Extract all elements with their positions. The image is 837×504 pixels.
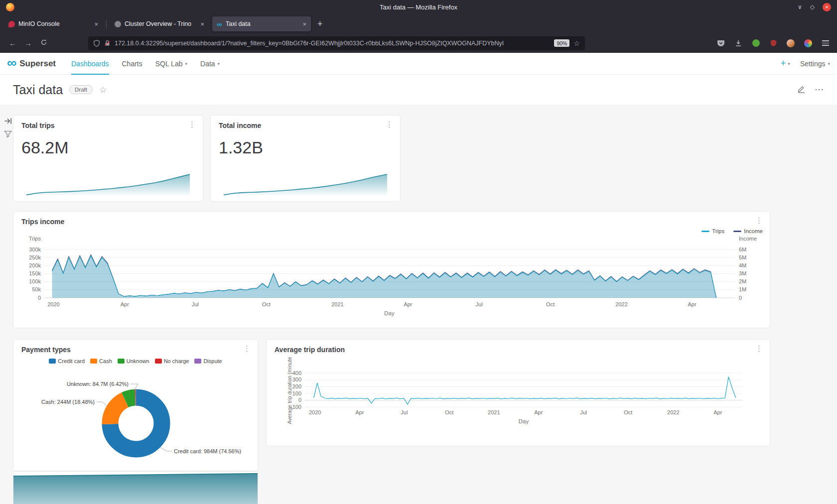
superset-logo[interactable]: ∞ Superset	[7, 58, 56, 70]
svg-text:2020: 2020	[309, 409, 321, 415]
tab-separator	[106, 20, 107, 28]
page-title: Taxi data	[13, 83, 63, 97]
tab-label: Taxi data	[226, 20, 299, 27]
card-title: Total trips	[21, 122, 55, 129]
svg-text:250k: 250k	[29, 254, 41, 260]
more-options-icon[interactable]: ⋮	[386, 121, 393, 128]
back-button[interactable]: ←	[5, 39, 20, 47]
svg-text:Oct: Oct	[262, 301, 271, 307]
trips-income-card: Trips income ⋮ Trips Income 300k6M250k5M…	[13, 212, 770, 328]
total-income-sparkline-chart[interactable]	[211, 170, 400, 198]
tab-label: Cluster Overview - Trino	[125, 20, 197, 27]
profile-avatar[interactable]	[786, 39, 795, 48]
chevron-down-icon: ▾	[185, 61, 187, 66]
filter-icon[interactable]	[3, 129, 12, 138]
nav-data[interactable]: Data▾	[200, 53, 220, 75]
svg-text:100: 100	[292, 390, 301, 396]
svg-text:2021: 2021	[331, 301, 343, 307]
shield-icon[interactable]	[93, 40, 100, 47]
svg-text:Average trip duration (minute: Average trip duration (minute	[286, 357, 292, 424]
menu-icon[interactable]	[821, 39, 830, 48]
svg-text:Apr: Apr	[121, 301, 129, 307]
svg-text:Oct: Oct	[546, 301, 555, 307]
svg-text:2020: 2020	[47, 301, 59, 307]
avg-trip-duration-chart[interactable]: 4003002001000-100Average trip duration (…	[267, 340, 770, 446]
extension-green-icon[interactable]	[751, 39, 760, 48]
tab-bar: MinIO Console × Cluster Overview - Trino…	[0, 14, 837, 34]
tab-close-icon[interactable]: ×	[302, 20, 306, 28]
superset-header: ∞ Superset Dashboards Charts SQL Lab▾ Da…	[0, 53, 837, 75]
bookmark-star-icon[interactable]: ☆	[573, 39, 580, 47]
url-text[interactable]: 172.18.0.4:32295/superset/dashboard/1/?n…	[115, 40, 550, 47]
nav-charts[interactable]: Charts	[122, 53, 142, 75]
svg-text:Apr: Apr	[713, 409, 722, 415]
svg-text:100k: 100k	[29, 278, 41, 284]
expand-filter-bar-icon[interactable]	[3, 117, 12, 126]
svg-text:2022: 2022	[615, 301, 627, 307]
chevron-down-icon: ▾	[218, 61, 220, 66]
svg-text:200: 200	[292, 383, 301, 389]
total-income-card: Total income ⋮ 1.32B	[211, 116, 400, 201]
tab-close-icon[interactable]: ×	[200, 20, 204, 28]
settings-menu[interactable]: Settings▾	[800, 60, 830, 68]
extension-pinwheel-icon[interactable]	[804, 39, 813, 48]
window-maximize-button[interactable]: ◇	[810, 4, 815, 10]
more-options-icon[interactable]: ⋮	[188, 121, 196, 128]
ublock-shield-icon[interactable]	[769, 39, 778, 48]
svg-text:Apr: Apr	[355, 409, 364, 415]
tab-trino-cluster[interactable]: Cluster Overview - Trino ×	[110, 16, 209, 31]
url-input[interactable]: 172.18.0.4:32295/superset/dashboard/1/?n…	[88, 36, 585, 50]
window-title: Taxi data — Mozilla Firefox	[0, 3, 837, 11]
nav-sql-lab[interactable]: SQL Lab▾	[155, 53, 187, 75]
nav-dashboards[interactable]: Dashboards	[71, 53, 109, 75]
downloads-icon[interactable]	[734, 39, 743, 48]
brand-name: Superset	[19, 59, 56, 69]
zoom-indicator[interactable]: 90%	[554, 39, 569, 47]
svg-text:1M: 1M	[739, 286, 746, 292]
tab-label: MinIO Console	[18, 20, 91, 27]
svg-text:Apr: Apr	[534, 409, 543, 415]
big-number-value: 68.2M	[13, 129, 203, 157]
window-minimize-button[interactable]: ∨	[798, 4, 802, 10]
svg-text:2021: 2021	[488, 409, 500, 415]
svg-text:Jul: Jul	[580, 409, 587, 415]
svg-text:Oct: Oct	[445, 409, 453, 415]
edit-dashboard-button[interactable]	[797, 85, 806, 95]
more-options-icon[interactable]: ⋯	[815, 84, 824, 95]
svg-text:3M: 3M	[739, 270, 746, 276]
forward-button[interactable]: →	[20, 39, 36, 47]
dashboard-title-row: Taxi data Draft ☆ ⋯	[0, 75, 837, 105]
minio-favicon-icon	[8, 21, 15, 27]
total-trips-sparkline-chart[interactable]	[13, 170, 203, 198]
svg-text:5M: 5M	[739, 254, 746, 260]
svg-text:300k: 300k	[29, 247, 41, 252]
svg-text:Apr: Apr	[688, 301, 696, 307]
trips-income-chart[interactable]: 300k6M250k5M200k4M150k3M100k2M50k1M00Tri…	[13, 212, 770, 328]
chevron-down-icon: ▾	[788, 61, 790, 66]
dashboard-grid: Total trips ⋮ 68.2M Total income ⋮ 1.32B…	[0, 105, 837, 504]
new-item-button[interactable]: +▾	[781, 58, 790, 69]
tab-minio-console[interactable]: MinIO Console ×	[4, 16, 103, 31]
svg-text:Day: Day	[519, 418, 529, 424]
insecure-lock-icon[interactable]	[104, 40, 111, 46]
svg-text:4M: 4M	[739, 262, 746, 268]
payment-types-donut-chart[interactable]: Unknown: 84.7M (6.42%)Cash: 244M (18.48%…	[13, 340, 258, 471]
svg-text:0: 0	[739, 295, 742, 301]
tab-close-icon[interactable]: ×	[94, 20, 98, 28]
total-trips-card: Total trips ⋮ 68.2M	[13, 116, 203, 201]
favorite-star-icon[interactable]: ☆	[99, 85, 107, 95]
svg-text:Income: Income	[739, 236, 757, 242]
svg-text:Oct: Oct	[624, 409, 632, 415]
card-title: Total income	[219, 122, 261, 129]
tab-taxi-data[interactable]: ∞ Taxi data ×	[212, 16, 311, 31]
partial-area-chart[interactable]	[13, 472, 258, 504]
window-close-button[interactable]: ×	[823, 3, 831, 11]
svg-text:200k: 200k	[29, 262, 41, 268]
reload-button[interactable]	[36, 39, 51, 47]
pocket-icon[interactable]	[716, 39, 725, 48]
svg-text:300: 300	[292, 377, 301, 382]
url-toolbar: ← → 172.18.0.4:32295/superset/dashboard/…	[0, 34, 837, 53]
new-tab-button[interactable]: +	[317, 19, 323, 29]
svg-text:Jul: Jul	[192, 301, 199, 307]
avg-trip-duration-card: Average trip duration ⋮ 4003002001000-10…	[267, 340, 770, 446]
